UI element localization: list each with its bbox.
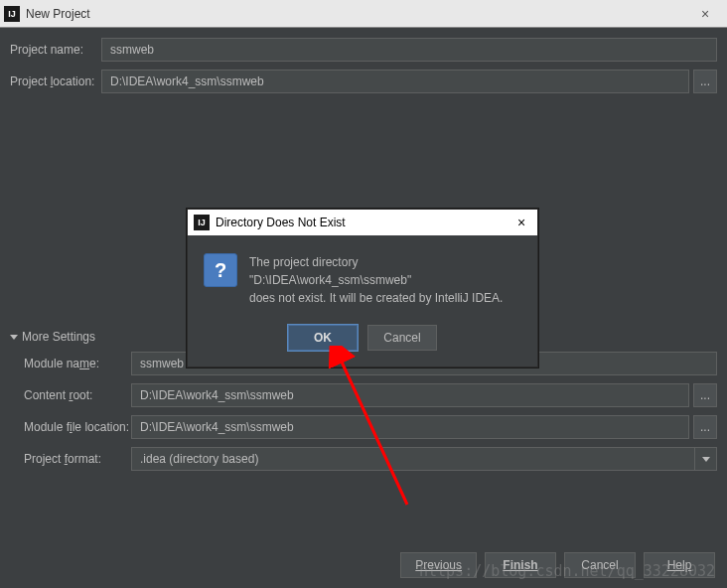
- label-part: Module na: [24, 357, 79, 370]
- label-part: Module f: [24, 420, 70, 434]
- previous-label: Previous: [415, 558, 462, 572]
- finish-label: Finish: [503, 558, 537, 572]
- content-root-browse-button[interactable]: ...: [693, 383, 717, 407]
- ellipsis-icon: ...: [700, 74, 710, 88]
- question-icon: ?: [204, 253, 237, 287]
- finish-button[interactable]: Finish: [485, 552, 556, 578]
- project-location-value: D:\IDEA\work4_ssm\ssmweb: [110, 74, 264, 88]
- content-root-value: D:\IDEA\work4_ssm\ssmweb: [140, 388, 294, 402]
- project-location-label: Project location:: [10, 74, 101, 88]
- ellipsis-icon: ...: [700, 388, 710, 402]
- project-location-browse-button[interactable]: ...: [693, 70, 717, 93]
- content-root-label: Content root:: [24, 388, 131, 402]
- top-form: Project name: ssmweb Project location: D…: [0, 28, 727, 93]
- project-format-value: .idea (directory based): [140, 452, 258, 466]
- content-root-input[interactable]: D:\IDEA\work4_ssm\ssmweb: [131, 383, 689, 407]
- module-name-label: Module name:: [24, 357, 131, 370]
- dialog-titlebar: IJ Directory Does Not Exist ×: [188, 210, 537, 235]
- label-part: Project: [10, 74, 51, 88]
- help-label: Help: [667, 558, 692, 572]
- window-close-button[interactable]: ×: [687, 6, 723, 22]
- dialog-body: ? The project directory "D:\IDEA\work4_s…: [188, 235, 537, 317]
- dialog-message: The project directory "D:\IDEA\work4_ssm…: [249, 253, 503, 307]
- msg-line: The project directory: [249, 253, 503, 271]
- msg-line: "D:\IDEA\work4_ssm\ssmweb": [249, 271, 503, 289]
- dialog-buttons: OK Cancel: [188, 317, 537, 367]
- app-icon: IJ: [4, 6, 20, 22]
- ok-label: OK: [314, 331, 332, 345]
- module-file-browse-button[interactable]: ...: [693, 415, 717, 439]
- project-location-row: Project location: D:\IDEA\work4_ssm\ssmw…: [10, 70, 717, 93]
- window-titlebar: IJ New Project ×: [0, 0, 727, 28]
- dialog-cancel-label: Cancel: [383, 331, 420, 345]
- msg-line: does not exist. It will be created by In…: [249, 289, 503, 307]
- label-part: Content: [24, 388, 69, 402]
- label-part: oot:: [73, 388, 92, 402]
- content-root-row: Content root: D:\IDEA\work4_ssm\ssmweb .…: [10, 383, 717, 407]
- chevron-down-icon: [10, 335, 18, 340]
- project-name-row: Project name: ssmweb: [10, 38, 717, 62]
- dialog-title: Directory Does Not Exist: [216, 216, 511, 229]
- label-mnemonic: m: [79, 357, 89, 370]
- cancel-label: Cancel: [581, 558, 618, 572]
- app-icon: IJ: [194, 215, 210, 230]
- project-location-input[interactable]: D:\IDEA\work4_ssm\ssmweb: [101, 70, 689, 93]
- previous-button[interactable]: Previous: [400, 552, 477, 578]
- dialog-cancel-button[interactable]: Cancel: [367, 325, 437, 351]
- module-name-value: ssmweb: [140, 357, 184, 370]
- wizard-button-bar: Previous Finish Cancel Help: [400, 552, 715, 578]
- module-file-row: Module file location: D:\IDEA\work4_ssm\…: [10, 415, 717, 439]
- project-name-input[interactable]: ssmweb: [101, 38, 717, 62]
- ok-button[interactable]: OK: [288, 325, 358, 351]
- module-file-label: Module file location:: [24, 420, 131, 434]
- module-file-input[interactable]: D:\IDEA\work4_ssm\ssmweb: [131, 415, 689, 439]
- label-part: Project: [24, 452, 65, 466]
- directory-not-exist-dialog: IJ Directory Does Not Exist × ? The proj…: [187, 209, 538, 368]
- project-format-label: Project format:: [24, 452, 131, 466]
- help-button[interactable]: Help: [644, 552, 715, 578]
- window-title: New Project: [26, 7, 687, 21]
- cancel-button[interactable]: Cancel: [564, 552, 636, 578]
- project-format-select[interactable]: .idea (directory based): [131, 447, 717, 471]
- more-settings-label: More Settings: [22, 330, 95, 344]
- project-name-value: ssmweb: [110, 43, 154, 57]
- project-format-row: Project format: .idea (directory based): [10, 447, 717, 471]
- label-part: le location:: [73, 420, 129, 434]
- label-part: ormat:: [68, 452, 101, 466]
- project-name-label: Project name:: [10, 43, 101, 57]
- project-name-label-text: Project name:: [10, 43, 83, 57]
- module-file-value: D:\IDEA\work4_ssm\ssmweb: [140, 420, 294, 434]
- ellipsis-icon: ...: [700, 420, 710, 434]
- chevron-down-icon: [694, 448, 716, 470]
- label-part: ocation:: [53, 74, 94, 88]
- label-part: e:: [89, 357, 99, 370]
- dialog-close-button[interactable]: ×: [511, 215, 531, 230]
